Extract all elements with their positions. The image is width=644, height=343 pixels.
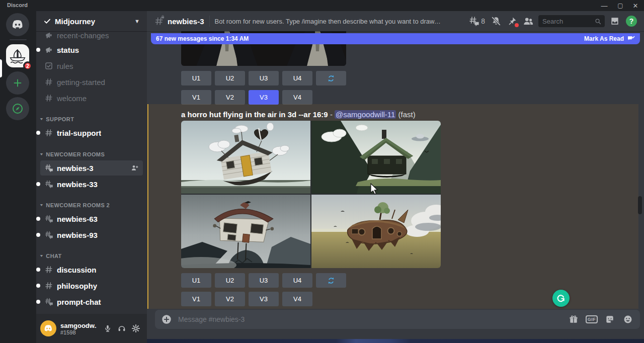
threads-button[interactable] <box>468 15 480 27</box>
u1-button[interactable]: U1 <box>181 273 211 288</box>
channel-philosophy[interactable]: philosophy <box>40 279 143 293</box>
chat-scrollbar[interactable] <box>638 33 642 310</box>
mute-mic-button[interactable] <box>101 321 115 335</box>
rerun-icon <box>327 74 336 83</box>
thread-count: 8 <box>481 17 485 25</box>
u2-button[interactable]: U2 <box>215 71 245 85</box>
channel-newbies-93[interactable]: newbies-93 <box>40 228 143 242</box>
channel-newbies-63[interactable]: newbies-63 <box>40 212 143 226</box>
u1-button[interactable]: U1 <box>181 71 211 85</box>
channel-welcome[interactable]: welcome <box>40 91 143 105</box>
channel-discussion[interactable]: discussion <box>40 263 143 277</box>
channel-rules[interactable]: rules <box>40 59 143 73</box>
hash-thread-icon <box>44 214 53 223</box>
u2-button[interactable]: U2 <box>215 273 245 288</box>
member-list-button[interactable] <box>522 15 534 27</box>
gif-label: GIF <box>586 315 598 323</box>
minimize-button[interactable]: — <box>597 0 612 11</box>
v3-button-selected[interactable]: V3 <box>249 90 279 105</box>
message2-image-grid[interactable] <box>181 121 441 268</box>
user-settings-button[interactable] <box>129 321 143 335</box>
v1-button[interactable]: V1 <box>181 292 211 306</box>
u4-button[interactable]: U4 <box>282 273 312 288</box>
grid-image-crooked-house[interactable] <box>181 195 310 268</box>
pinned-messages-button[interactable] <box>506 15 518 27</box>
composer-placeholder[interactable]: Message #newbies-3 <box>178 315 561 323</box>
message1-variation-row: V1 V2 V3 V4 <box>181 90 312 105</box>
channel-getting-started[interactable]: getting-started <box>40 75 143 89</box>
hash-icon <box>44 265 53 274</box>
microphone-icon <box>103 324 112 333</box>
headphones-icon <box>117 324 126 333</box>
notification-settings-button[interactable] <box>490 15 502 27</box>
user-info[interactable]: samgoodw... #1598 <box>60 322 101 335</box>
hash-icon <box>44 281 53 290</box>
deafen-button[interactable] <box>115 321 129 335</box>
channel-trial-support[interactable]: trial-support <box>40 126 143 140</box>
grid-image-balloon-house[interactable] <box>181 121 310 194</box>
hash-icon <box>44 77 53 87</box>
message-composer[interactable]: Message #newbies-3 GIF <box>155 310 640 329</box>
add-server-button[interactable] <box>6 71 29 95</box>
home-button[interactable] <box>6 13 29 36</box>
rerun-button[interactable] <box>316 273 346 288</box>
v4-button[interactable]: V4 <box>282 90 312 105</box>
channel-prompt-chat[interactable]: prompt-chat <box>40 295 143 309</box>
server-rail: 2 <box>0 11 36 343</box>
new-messages-banner[interactable]: 67 new messages since 1:34 AM Mark As Re… <box>151 33 640 44</box>
maximize-button[interactable]: ▢ <box>613 0 628 11</box>
rerun-button[interactable] <box>316 71 346 85</box>
channel-topic[interactable]: Bot room for new users. Type /imagine th… <box>215 18 442 25</box>
unread-indicator <box>36 233 40 237</box>
mark-as-read-button[interactable]: Mark As Read <box>584 35 624 42</box>
channel-hash-lock-icon <box>154 16 164 26</box>
grid-image-mountain-cabin[interactable] <box>311 121 441 194</box>
category-support[interactable]: ▼ SUPPORT <box>39 115 144 124</box>
explore-servers-button[interactable] <box>6 97 29 120</box>
v4-button[interactable]: V4 <box>282 292 312 306</box>
v2-button[interactable]: V2 <box>215 292 245 306</box>
category-newcomer-rooms-2[interactable]: ▼ NEWCOMER ROOMS 2 <box>39 201 144 210</box>
create-invite-icon[interactable] <box>131 164 139 172</box>
v2-button[interactable]: V2 <box>215 90 245 105</box>
emoji-picker-button[interactable] <box>622 313 634 325</box>
user-avatar[interactable] <box>40 320 56 336</box>
u4-button[interactable]: U4 <box>282 71 312 85</box>
speed-mode-label: (fast) <box>398 110 416 119</box>
channel-status[interactable]: status <box>40 43 143 57</box>
message2-content: a horro hut flying in the air in 3d --ar… <box>181 110 416 119</box>
v1-button[interactable]: V1 <box>181 90 211 105</box>
bell-slash-icon <box>491 16 502 27</box>
channel-newbies-3[interactable]: newbies-3 <box>40 160 143 176</box>
hash-thread-icon <box>44 230 53 239</box>
chevron-down-icon: ▼ <box>134 18 140 24</box>
inbox-button[interactable] <box>609 15 621 27</box>
help-button[interactable]: ? <box>626 16 637 27</box>
attach-plus-icon[interactable] <box>161 314 172 325</box>
hash-icon <box>44 94 53 103</box>
gift-button[interactable] <box>568 313 580 325</box>
unread-indicator <box>36 217 40 221</box>
prompt-text: a horro hut flying in the air in 3d --ar… <box>181 110 328 119</box>
category-newcomer-rooms[interactable]: ▼ NEWCOMER ROOMS <box>39 150 144 159</box>
category-chat[interactable]: ▼ CHAT <box>39 251 144 261</box>
search-input[interactable] <box>542 18 594 25</box>
gift-icon <box>569 314 579 324</box>
channel-newbies-33[interactable]: newbies-33 <box>40 177 143 191</box>
gif-picker-button[interactable]: GIF <box>586 313 598 325</box>
search-box[interactable] <box>538 15 605 27</box>
v3-button[interactable]: V3 <box>249 292 279 306</box>
close-button[interactable]: ✕ <box>628 0 643 11</box>
grid-image-steampunk-hull[interactable] <box>311 195 441 268</box>
scrollbar-thumb[interactable] <box>638 196 642 214</box>
u3-button[interactable]: U3 <box>249 71 279 85</box>
channel-sidebar: recent-changes Midjourney ▼ status rules… <box>36 11 147 343</box>
u3-button[interactable]: U3 <box>249 273 279 288</box>
unread-indicator <box>36 284 40 288</box>
sticker-picker-button[interactable] <box>604 313 616 325</box>
grammarly-button[interactable] <box>552 290 570 307</box>
server-header[interactable]: Midjourney ▼ <box>36 11 147 31</box>
chevron-down-icon: ▼ <box>39 152 44 156</box>
user-mention[interactable]: @samgoodwill-11 <box>335 110 396 119</box>
message1-upscale-row: U1 U2 U3 U4 <box>181 71 346 85</box>
